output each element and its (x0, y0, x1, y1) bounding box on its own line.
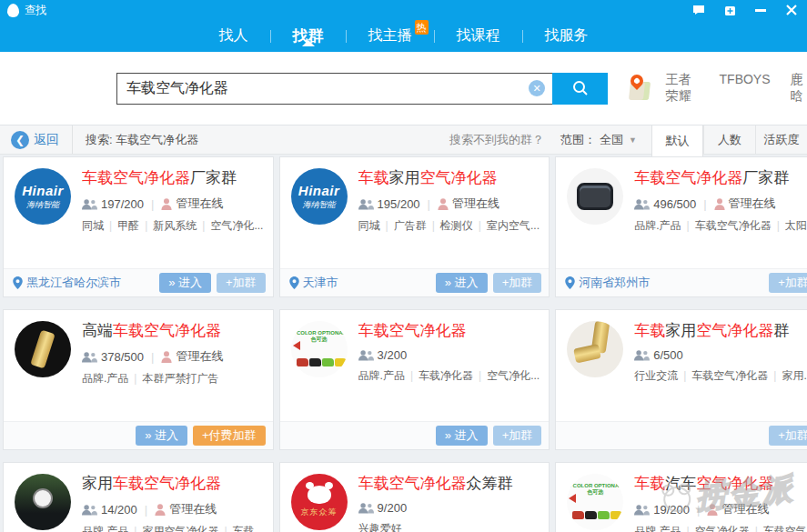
member-count: 14/200 (101, 503, 137, 517)
enter-group-button[interactable]: » 进入 (436, 426, 488, 446)
title-part: 高端 (82, 322, 113, 339)
member-count: 6/500 (653, 348, 683, 362)
nav-separator (346, 30, 347, 43)
group-tag: 同城 (358, 219, 380, 232)
minimize-button[interactable] (752, 3, 769, 17)
nav-separator (270, 30, 271, 43)
enter-group-button[interactable]: » 进入 (136, 426, 187, 446)
group-card[interactable]: 4 COLOR OPTIONAL色可选 车载空气净化器 3/200 品牌.产品|… (279, 309, 550, 450)
back-button[interactable]: ❮ 返回 (0, 125, 73, 154)
group-card[interactable]: Hinair海纳智能 车载家用空气净化器 195/200 | 管理在线 同城|广… (279, 156, 550, 297)
group-meta: 3/200 (358, 348, 540, 362)
join-group-button[interactable]: +加群 (217, 273, 266, 293)
group-location[interactable]: 天津市 (289, 275, 338, 291)
join-group-button[interactable]: +加群 (493, 273, 542, 293)
group-title[interactable]: 车载空气净化器 (358, 321, 540, 341)
group-card[interactable]: 高端车载空气净化器 378/500 | 管理在线 品牌.产品|本群严禁打广告 »… (3, 309, 274, 450)
admin-status: 管理在线 (721, 501, 769, 517)
admin-status: 管理在线 (176, 196, 223, 212)
group-avatar[interactable]: 4 COLOR OPTIONAL色可选 (291, 321, 348, 377)
group-title[interactable]: 家用车载空气净化器 (82, 474, 264, 494)
group-tags: 品牌.产品|空气净化器|车载空气... (634, 524, 807, 532)
group-tag: 车载净化器 (419, 369, 473, 382)
nav-tab-1[interactable]: 找人 (217, 26, 250, 45)
group-card[interactable]: 车载家用空气净化器群 6/500 行业交流|车载空气净化器|家用... +加群 (555, 309, 807, 450)
card-footer: +加群 (556, 421, 807, 449)
group-card[interactable]: 4 COLOR OPTIONAL色可选 车载汽车空气净化器 19/200 | 管… (555, 462, 807, 532)
group-tags: 同城|广告群|检测仪|室内空气... (358, 218, 540, 234)
sort-tab-默认[interactable]: 默认 (651, 125, 703, 156)
group-tag: 新风系统 (153, 219, 197, 232)
members-icon (634, 504, 650, 516)
enter-group-button[interactable]: » 进入 (159, 273, 211, 293)
hot-keyword[interactable]: 鹿晗 (791, 72, 807, 105)
hot-keyword[interactable]: TFBOYS (720, 72, 771, 105)
group-avatar[interactable] (15, 474, 71, 530)
group-tag: 车载... (233, 525, 264, 532)
scope-selector[interactable]: 范围： 全国 ▼ (560, 125, 637, 154)
location-text: 天津市 (303, 275, 338, 291)
nav-tab-4[interactable]: 找课程 (455, 26, 502, 45)
nav-tab-2[interactable]: 找群 (291, 25, 326, 46)
group-avatar[interactable]: Hinair海纳智能 (15, 168, 71, 225)
title-part: 空气净化器 (696, 322, 773, 339)
back-arrow-icon: ❮ (11, 131, 29, 149)
group-card[interactable]: Hinair海纳智能 车载空气净化器厂家群 197/200 | 管理在线 同城|… (3, 156, 274, 297)
group-tag: 品牌.产品 (358, 369, 405, 382)
join-group-button[interactable]: +加群 (493, 426, 542, 446)
cant-find-group-link[interactable]: 搜索不到我的群？ (449, 125, 544, 154)
card-footer: 天津市 » 进入 +加群 (280, 268, 550, 296)
group-tags: 品牌.产品|本群严禁打广告 (82, 371, 264, 386)
group-avatar[interactable]: 4 COLOR OPTIONAL色可选 (567, 474, 623, 530)
search-input[interactable] (117, 74, 529, 104)
group-card[interactable]: 家用车载空气净化器 14/200 | 管理在线 品牌.产品|家用空气净化器|车载… (3, 462, 274, 532)
title-part: 空气净化器 (420, 169, 498, 186)
sort-tab-人数[interactable]: 人数 (703, 125, 755, 154)
group-location[interactable]: 河南省郑州市 (565, 275, 650, 291)
join-group-button[interactable]: +加群 (769, 273, 807, 293)
admin-status: 管理在线 (452, 196, 499, 212)
group-title[interactable]: 车载空气净化器厂家群 (82, 168, 264, 188)
join-group-button[interactable]: +加群 (769, 426, 807, 446)
group-tags: 品牌.产品|车载净化器|空气净化... (358, 368, 540, 384)
admin-icon (161, 198, 172, 210)
group-title[interactable]: 车载家用空气净化器 (358, 168, 540, 188)
title-part: 车载空气净化器 (113, 322, 221, 339)
group-avatar[interactable] (567, 321, 623, 377)
nav-tab-5[interactable]: 找服务 (543, 26, 590, 45)
admin-icon (161, 351, 172, 363)
close-button[interactable] (783, 3, 800, 17)
nav-tab-3[interactable]: 找主播热 (367, 26, 414, 45)
nearby-map-icon[interactable] (628, 75, 650, 102)
member-count: 3/200 (378, 348, 408, 362)
group-title[interactable]: 车载家用空气净化器群 (634, 321, 807, 341)
group-title[interactable]: 车载空气净化器众筹群 (358, 474, 540, 494)
group-avatar[interactable]: Hinair海纳智能 (291, 168, 348, 225)
group-location[interactable]: 黑龙江省哈尔滨市 (13, 275, 121, 291)
tag-separator: | (386, 219, 388, 232)
group-avatar[interactable]: 京东众筹 (291, 474, 348, 530)
enter-group-button[interactable]: » 进入 (436, 273, 488, 293)
group-tag: 家用... (782, 369, 807, 382)
card-footer: 河南省郑州市 +加群 (556, 268, 807, 296)
feedback-icon[interactable] (691, 3, 707, 17)
search-button[interactable] (552, 73, 608, 105)
join-group-button[interactable]: +付费加群 (193, 426, 266, 446)
members-icon (358, 349, 374, 361)
hot-keyword[interactable]: 王者荣耀 (666, 72, 700, 105)
tag-separator: | (755, 525, 758, 532)
skin-box-icon[interactable] (721, 3, 738, 17)
group-avatar[interactable] (567, 168, 623, 225)
group-title[interactable]: 车载汽车空气净化器 (634, 474, 807, 494)
clear-search-icon[interactable]: ✕ (529, 80, 545, 96)
window-title: 查找 (25, 3, 46, 18)
group-tag: 本群严禁打广告 (142, 372, 218, 385)
group-card[interactable]: 车载空气净化器厂家群 496/500 | 管理在线 品牌.产品|车载空气净化器|… (555, 156, 807, 297)
sort-tab-活跃度[interactable]: 活跃度 (755, 125, 807, 154)
group-card[interactable]: 京东众筹 车载空气净化器众筹群 9/200 兴趣爱好 » 进入 + (279, 462, 550, 532)
group-title[interactable]: 高端车载空气净化器 (82, 321, 264, 341)
group-title[interactable]: 车载空气净化器厂家群 (634, 168, 807, 188)
group-avatar[interactable] (15, 321, 71, 377)
result-toolbar: ❮ 返回 搜索: 车载空气净化器 搜索不到我的群？ 范围： 全国 ▼ 默认人数活… (0, 125, 807, 155)
titlebar: 查找 (0, 0, 807, 20)
